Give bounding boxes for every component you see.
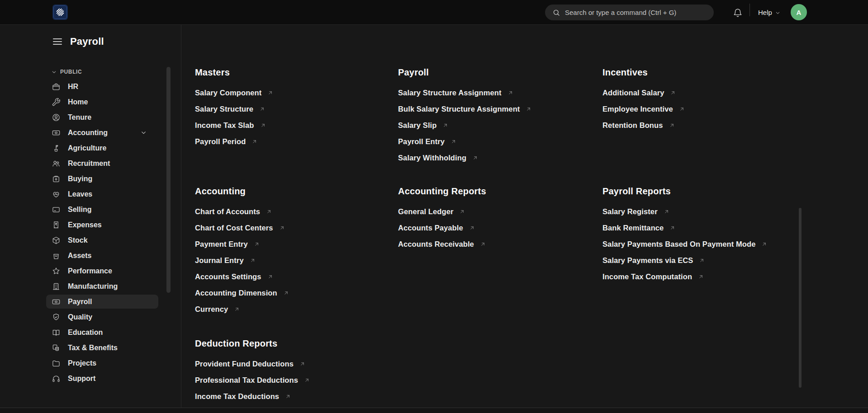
sidebar-item-label: Stock (68, 236, 88, 244)
shortcut-link-label: Income Tax Computation (602, 272, 692, 281)
shortcut-link-salary-register[interactable]: Salary Register (602, 203, 669, 220)
frappe-hr-logo[interactable] (52, 5, 68, 20)
shortcut-link-label: Employee Incentive (602, 105, 673, 113)
section-title: Masters (195, 67, 398, 78)
section-title: Deduction Reports (195, 338, 398, 349)
sidebar-item-manufacturing[interactable]: Manufacturing (46, 279, 158, 293)
sidebar-item-label: Tenure (68, 113, 91, 122)
shortcut-link-label: Journal Entry (195, 256, 244, 265)
shortcut-link-accounts-receivable[interactable]: Accounts Receivable (398, 236, 486, 252)
shortcut-link-salary-structure[interactable]: Salary Structure (195, 101, 265, 117)
arrow-up-right-icon (669, 225, 675, 231)
shortcut-link-employee-incentive[interactable]: Employee Incentive (602, 101, 685, 117)
briefcase-icon (52, 82, 61, 91)
sidebar-item-projects[interactable]: Projects (46, 356, 158, 370)
sidebar-item-stock[interactable]: Stock (46, 233, 158, 247)
sidebar-item-label: Recruitment (68, 160, 110, 168)
shortcut-link-salary-payments-based-on-payment-mode[interactable]: Salary Payments Based On Payment Mode (602, 236, 767, 252)
sidebar-item-agriculture[interactable]: Agriculture (46, 141, 158, 155)
arrow-up-right-icon (442, 122, 448, 128)
sidebar-list: HRHomeTenureAccountingAgricultureRecruit… (46, 80, 158, 385)
arrow-up-right-icon (304, 377, 310, 383)
top-navbar: Help A (0, 0, 868, 25)
page-header: Payroll (0, 25, 868, 52)
sidebar-item-education[interactable]: Education (46, 325, 158, 339)
arrow-up-right-icon (283, 290, 289, 296)
section-links: Salary ComponentSalary StructureIncome T… (195, 84, 398, 150)
shortcut-link-journal-entry[interactable]: Journal Entry (195, 252, 256, 268)
sidebar-item-label: Agriculture (68, 144, 106, 152)
sidebar-scrollbar[interactable] (166, 67, 171, 293)
shortcut-link-salary-withholding[interactable]: Salary Withholding (398, 150, 478, 166)
shortcut-link-chart-of-cost-centers[interactable]: Chart of Cost Centers (195, 220, 285, 236)
sidebar-item-leaves[interactable]: Leaves (46, 187, 158, 201)
sidebar-item-recruitment[interactable]: Recruitment (46, 156, 158, 170)
shortcut-link-provident-fund-deductions[interactable]: Provident Fund Deductions (195, 356, 305, 372)
shortcut-link-additional-salary[interactable]: Additional Salary (602, 84, 676, 101)
shortcut-link-currency[interactable]: Currency (195, 301, 240, 317)
shortcut-link-general-ledger[interactable]: General Ledger (398, 203, 465, 220)
sidebar-toggle-button[interactable] (53, 38, 62, 45)
shortcut-link-accounting-dimension[interactable]: Accounting Dimension (195, 285, 289, 301)
shortcut-link-salary-slip[interactable]: Salary Slip (398, 117, 448, 133)
sidebar-item-payroll[interactable]: Payroll (46, 295, 158, 309)
sidebar-item-tenure[interactable]: Tenure (46, 110, 158, 124)
building-icon (52, 282, 61, 291)
shortcut-link-salary-structure-assignment[interactable]: Salary Structure Assignment (398, 84, 513, 101)
arrow-up-right-icon (451, 139, 456, 145)
headphones-icon (52, 374, 61, 383)
credit-card-icon (52, 205, 61, 214)
user-avatar[interactable]: A (791, 4, 807, 20)
sidebar-item-accounting[interactable]: Accounting (46, 126, 158, 140)
shortcut-link-bulk-salary-structure-assignment[interactable]: Bulk Salary Structure Assignment (398, 101, 531, 117)
sidebar-section-public[interactable]: PUBLIC (46, 67, 158, 77)
users-icon (52, 159, 61, 168)
sidebar-item-label: Expenses (68, 221, 102, 229)
arrow-up-right-icon (469, 225, 475, 231)
sidebar-item-support[interactable]: Support (46, 371, 158, 385)
bell-icon (733, 8, 743, 18)
shortcut-link-income-tax-computation[interactable]: Income Tax Computation (602, 268, 704, 285)
shortcut-link-label: Provident Fund Deductions (195, 360, 294, 368)
search-input[interactable] (565, 9, 707, 16)
shortcut-link-payment-entry[interactable]: Payment Entry (195, 236, 260, 252)
arrow-up-right-icon (459, 209, 465, 215)
shortcut-link-salary-component[interactable]: Salary Component (195, 84, 273, 101)
shortcut-link-income-tax-slab[interactable]: Income Tax Slab (195, 117, 266, 133)
help-menu[interactable]: Help (758, 0, 780, 25)
sidebar-item-quality[interactable]: Quality (46, 310, 158, 324)
sidebar-item-hr[interactable]: HR (46, 80, 158, 94)
section-links: Provident Fund DeductionsProfessional Ta… (195, 356, 398, 404)
shortcut-link-professional-tax-deductions[interactable]: Professional Tax Deductions (195, 372, 310, 388)
arrow-up-right-icon (234, 306, 240, 312)
sidebar-item-tax-benefits[interactable]: Tax & Benefits (46, 341, 158, 355)
sidebar-item-expenses[interactable]: Expenses (46, 218, 158, 232)
shortcut-link-retention-bonus[interactable]: Retention Bonus (602, 117, 675, 133)
chevron-down-icon (141, 130, 147, 136)
sidebar-item-assets[interactable]: Assets (46, 249, 158, 263)
sidebar-item-home[interactable]: Home (46, 95, 158, 109)
shortcut-link-income-tax-deductions[interactable]: Income Tax Deductions (195, 388, 291, 404)
shortcut-link-payroll-entry[interactable]: Payroll Entry (398, 133, 456, 150)
shortcut-link-salary-payments-via-ecs[interactable]: Salary Payments via ECS (602, 252, 705, 268)
page-title: Payroll (70, 36, 104, 47)
cash-icon (52, 297, 61, 306)
box-icon (52, 236, 61, 245)
sidebar-item-selling[interactable]: Selling (46, 202, 158, 216)
page-scrollbar[interactable] (799, 208, 802, 388)
arrow-up-right-icon (250, 258, 256, 263)
arrow-up-right-icon (679, 106, 685, 112)
notifications-button[interactable] (733, 8, 743, 18)
arrow-up-right-icon (279, 225, 285, 231)
sidebar-item-buying[interactable]: Buying (46, 172, 158, 186)
shortcut-link-accounts-payable[interactable]: Accounts Payable (398, 220, 475, 236)
sidebar-item-performance[interactable]: Performance (46, 264, 158, 278)
shortcut-link-bank-remittance[interactable]: Bank Remittance (602, 220, 675, 236)
shortcut-link-label: Salary Structure (195, 105, 253, 113)
chevron-down-icon (775, 10, 780, 15)
global-search[interactable] (545, 5, 714, 20)
cash-icon (52, 128, 61, 137)
shortcut-link-accounts-settings[interactable]: Accounts Settings (195, 268, 273, 285)
shortcut-link-payroll-period[interactable]: Payroll Period (195, 133, 257, 150)
shortcut-link-chart-of-accounts[interactable]: Chart of Accounts (195, 203, 272, 220)
